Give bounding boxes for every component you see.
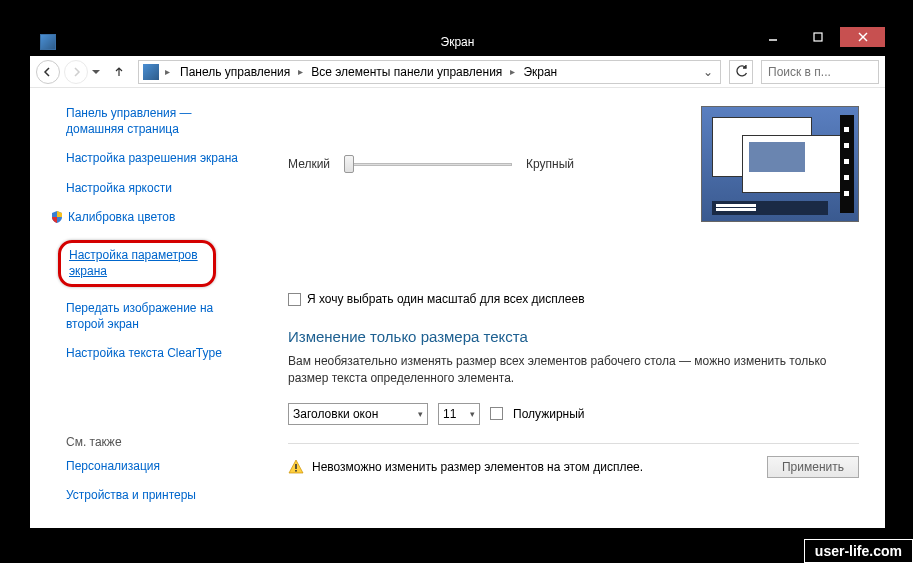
sidebar-item-label: Настройка параметров экрана: [69, 248, 205, 279]
sidebar-screen-params-link[interactable]: Настройка параметров экрана: [58, 240, 216, 287]
slider-group: Мелкий Крупный: [288, 153, 574, 175]
back-button[interactable]: [36, 60, 60, 84]
sidebar-brightness-link[interactable]: Настройка яркости: [66, 181, 244, 197]
checkbox-label: Я хочу выбрать один масштаб для всех дис…: [307, 292, 585, 306]
sidebar-see-also: См. также Персонализация Устройства и пр…: [50, 435, 244, 518]
shield-icon: [50, 210, 64, 224]
toolbar: ▸ Панель управления ▸ Все элементы панел…: [30, 56, 885, 88]
preview-taskbar: [712, 201, 828, 215]
select-value: 11: [443, 407, 456, 421]
text-size-controls: Заголовки окон ▾ 11 ▾ Полужирный: [288, 403, 859, 425]
window: Экран ▸ Панель управления ▸ Все элементы…: [30, 27, 885, 528]
divider: [288, 443, 859, 444]
chevron-down-icon: ▾: [470, 409, 475, 419]
apply-button[interactable]: Применить: [767, 456, 859, 478]
breadcrumb-item[interactable]: Панель управления: [176, 63, 294, 81]
maximize-button[interactable]: [795, 27, 840, 47]
control-panel-icon: [143, 64, 159, 80]
warning-row: Невозможно изменить размер элементов на …: [288, 456, 859, 478]
preview-sidebar: [840, 115, 854, 213]
svg-rect-4: [295, 464, 297, 469]
content: Панель управления — домашняя страница На…: [30, 88, 885, 528]
warning-text: Невозможно изменить размер элементов на …: [312, 460, 643, 474]
slider-track: [344, 163, 512, 166]
sidebar-devices-link[interactable]: Устройства и принтеры: [66, 488, 244, 504]
chevron-right-icon: ▸: [508, 66, 517, 77]
sidebar-personalization-link[interactable]: Персонализация: [66, 459, 244, 475]
refresh-button[interactable]: [729, 60, 753, 84]
search-box[interactable]: [761, 60, 879, 84]
select-value: Заголовки окон: [293, 407, 378, 421]
sidebar-home-link[interactable]: Панель управления — домашняя страница: [66, 106, 244, 137]
single-scale-checkbox[interactable]: [288, 293, 301, 306]
nav-history-dropdown[interactable]: [92, 65, 104, 79]
minimize-button[interactable]: [750, 27, 795, 47]
slider-min-label: Мелкий: [288, 157, 330, 171]
display-preview: [701, 106, 859, 222]
breadcrumb-item[interactable]: Экран: [519, 63, 561, 81]
slider-max-label: Крупный: [526, 157, 574, 171]
sidebar-resolution-link[interactable]: Настройка разрешения экрана: [66, 151, 244, 167]
chevron-right-icon: ▸: [296, 66, 305, 77]
breadcrumb: Панель управления ▸ Все элементы панели …: [176, 63, 561, 81]
svg-rect-5: [295, 470, 297, 472]
text-size-description: Вам необязательно изменять размер всех э…: [288, 353, 859, 387]
breadcrumb-item[interactable]: Все элементы панели управления: [307, 63, 506, 81]
address-dropdown[interactable]: ⌄: [700, 65, 716, 79]
size-slider-row: Мелкий Крупный: [288, 106, 859, 222]
main-panel: Мелкий Крупный Я хочу выбрать один масш: [254, 88, 885, 528]
window-title: Экран: [441, 35, 475, 49]
see-also-heading: См. также: [66, 435, 244, 449]
single-scale-checkbox-row: Я хочу выбрать один масштаб для всех дис…: [288, 292, 859, 306]
sidebar-project-link[interactable]: Передать изображение на второй экран: [66, 301, 244, 332]
bold-label: Полужирный: [513, 407, 585, 421]
forward-button[interactable]: [64, 60, 88, 84]
watermark: user-life.com: [804, 539, 913, 563]
element-select[interactable]: Заголовки окон ▾: [288, 403, 428, 425]
chevron-right-icon: ▸: [163, 66, 172, 77]
search-input[interactable]: [768, 65, 872, 79]
bold-checkbox[interactable]: [490, 407, 503, 420]
up-button[interactable]: [108, 61, 130, 83]
warning-icon: [288, 459, 304, 475]
close-button[interactable]: [840, 27, 885, 47]
sidebar: Панель управления — домашняя страница На…: [30, 88, 254, 528]
chevron-down-icon: ▾: [418, 409, 423, 419]
preview-window: [742, 135, 842, 193]
font-size-select[interactable]: 11 ▾: [438, 403, 480, 425]
address-bar[interactable]: ▸ Панель управления ▸ Все элементы панел…: [138, 60, 721, 84]
display-icon: [40, 34, 56, 50]
size-slider[interactable]: [344, 153, 512, 175]
sidebar-item-label: Калибровка цветов: [68, 210, 175, 226]
sidebar-calibration-link[interactable]: Калибровка цветов: [50, 210, 244, 226]
slider-thumb[interactable]: [344, 155, 354, 173]
text-size-heading: Изменение только размера текста: [288, 328, 859, 345]
svg-rect-1: [814, 33, 822, 41]
titlebar: Экран: [30, 27, 885, 56]
sidebar-cleartype-link[interactable]: Настройка текста ClearType: [66, 346, 244, 362]
window-buttons: [750, 27, 885, 47]
